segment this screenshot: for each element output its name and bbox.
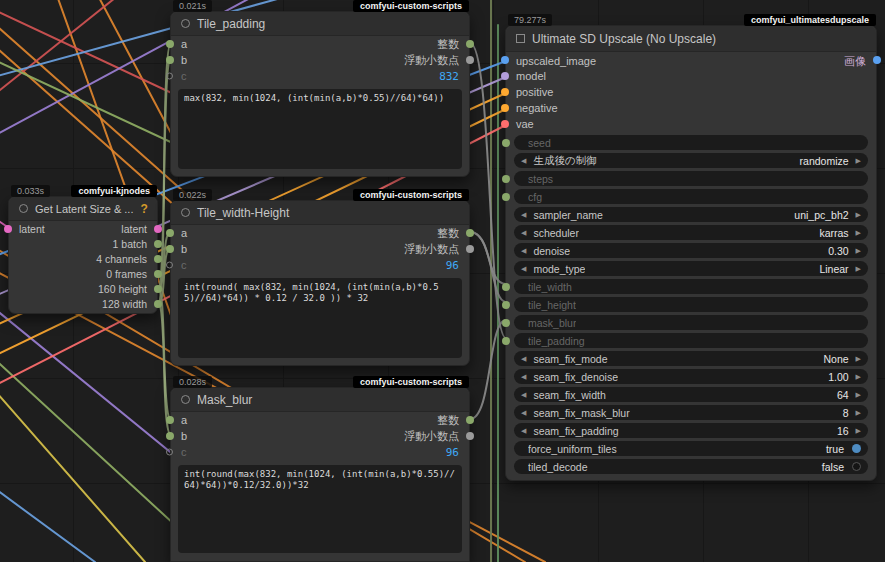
latent-output-slot[interactable] xyxy=(154,225,162,233)
model-input-slot[interactable] xyxy=(501,72,509,80)
widget-seed[interactable]: seed xyxy=(514,135,868,150)
output-slot-int[interactable] xyxy=(466,40,474,48)
increment-arrow-icon[interactable]: ▶ xyxy=(856,211,861,219)
output-slot-float[interactable] xyxy=(466,56,474,64)
output-slot-float[interactable] xyxy=(466,432,474,440)
width-output-slot[interactable] xyxy=(154,300,162,308)
input-slot-c[interactable] xyxy=(166,262,173,269)
increment-arrow-icon[interactable]: ▶ xyxy=(856,157,861,165)
widget-sampler-name[interactable]: ◀ sampler_name uni_pc_bh2 ▶ xyxy=(514,207,868,222)
output-label-image: 画像 xyxy=(844,54,866,69)
decrement-arrow-icon[interactable]: ◀ xyxy=(521,391,526,399)
increment-arrow-icon[interactable]: ▶ xyxy=(856,265,861,273)
widget-denoise[interactable]: ◀ denoise 0.30 ▶ xyxy=(514,243,868,258)
node-tile-width-height[interactable]: 0.022s comfyui-custom-scripts Tile_width… xyxy=(170,200,470,366)
latent-input-slot[interactable] xyxy=(4,225,12,233)
toggle-on-indicator[interactable] xyxy=(852,444,861,453)
tile-padding-input-slot[interactable] xyxy=(502,337,510,345)
input-slot-a[interactable] xyxy=(166,229,174,237)
output-slot-int[interactable] xyxy=(466,229,474,237)
widget-cfg[interactable]: cfg xyxy=(514,189,868,204)
widget-control-after-generate[interactable]: ◀ 生成後の制御 randomize ▶ xyxy=(514,153,868,168)
decrement-arrow-icon[interactable]: ◀ xyxy=(521,373,526,381)
batch-output-slot[interactable] xyxy=(154,240,162,248)
node-graph-canvas[interactable]: 0.021s comfyui-custom-scripts Tile_paddi… xyxy=(0,0,885,562)
node-ultimate-sd-upscale[interactable]: 79.277s comfyui_ultimatesdupscale Ultima… xyxy=(505,25,877,481)
widget-tiled-decode[interactable]: tiled_decode false xyxy=(514,459,868,474)
increment-arrow-icon[interactable]: ▶ xyxy=(856,427,861,435)
collapse-toggle-icon[interactable] xyxy=(181,395,190,404)
node-mask-blur[interactable]: 0.028s comfyui-custom-scripts Mask_blur … xyxy=(170,387,470,562)
node-tile-padding[interactable]: 0.021s comfyui-custom-scripts Tile_paddi… xyxy=(170,11,470,177)
negative-input-slot[interactable] xyxy=(501,104,509,112)
tile-width-input-slot[interactable] xyxy=(502,283,510,291)
node-title-bar[interactable]: Tile_padding xyxy=(171,12,469,36)
widget-label: force_uniform_tiles xyxy=(528,443,617,455)
widget-seam-fix-mode[interactable]: ◀ seam_fix_mode None ▶ xyxy=(514,351,868,366)
widget-steps[interactable]: steps xyxy=(514,171,868,186)
slot-row: a 整数 xyxy=(171,412,469,428)
increment-arrow-icon[interactable]: ▶ xyxy=(856,247,861,255)
expression-input[interactable]: max(832, min(1024, (int(min(a,b)*0.55)//… xyxy=(178,89,462,169)
image-output-slot[interactable] xyxy=(873,56,881,64)
collapse-toggle-icon[interactable] xyxy=(516,34,525,43)
widget-seam-fix-mask-blur[interactable]: ◀ seam_fix_mask_blur 8 ▶ xyxy=(514,405,868,420)
input-slot-b[interactable] xyxy=(166,56,174,64)
increment-arrow-icon[interactable]: ▶ xyxy=(856,229,861,237)
node-get-latent-size[interactable]: 0.033s comfyui-kjnodes Get Latent Size &… xyxy=(8,196,158,314)
positive-input-slot[interactable] xyxy=(501,88,509,96)
widget-seam-fix-padding[interactable]: ◀ seam_fix_padding 16 ▶ xyxy=(514,423,868,438)
input-slot-a[interactable] xyxy=(166,40,174,48)
output-slot-int[interactable] xyxy=(466,416,474,424)
widget-scheduler[interactable]: ◀ scheduler karras ▶ xyxy=(514,225,868,240)
node-title-bar[interactable]: Tile_width-Height xyxy=(171,201,469,225)
expression-input[interactable]: int(round(max(832, min(1024, (int(min(a,… xyxy=(178,465,462,553)
node-title-bar[interactable]: Mask_blur xyxy=(171,388,469,412)
decrement-arrow-icon[interactable]: ◀ xyxy=(521,355,526,363)
input-slot-a[interactable] xyxy=(166,416,174,424)
widget-value: 8 xyxy=(843,407,849,419)
output-slot-float[interactable] xyxy=(466,245,474,253)
toggle-off-indicator[interactable] xyxy=(852,462,861,471)
increment-arrow-icon[interactable]: ▶ xyxy=(856,391,861,399)
collapse-toggle-icon[interactable] xyxy=(181,19,190,28)
input-slot-b[interactable] xyxy=(166,432,174,440)
widget-tile-padding[interactable]: tile_padding xyxy=(514,333,868,348)
collapse-toggle-icon[interactable] xyxy=(181,208,190,217)
node-title-bar[interactable]: Ultimate SD Upscale (No Upscale) xyxy=(506,26,876,52)
seed-input-slot[interactable] xyxy=(502,139,510,147)
decrement-arrow-icon[interactable]: ◀ xyxy=(521,265,526,273)
cfg-input-slot[interactable] xyxy=(502,193,510,201)
increment-arrow-icon[interactable]: ▶ xyxy=(856,373,861,381)
widget-mode-type[interactable]: ◀ mode_type Linear ▶ xyxy=(514,261,868,276)
frames-output-slot[interactable] xyxy=(154,270,162,278)
input-slot-c[interactable] xyxy=(166,73,173,80)
input-slot-b[interactable] xyxy=(166,245,174,253)
widget-seam-fix-width[interactable]: ◀ seam_fix_width 64 ▶ xyxy=(514,387,868,402)
increment-arrow-icon[interactable]: ▶ xyxy=(856,409,861,417)
decrement-arrow-icon[interactable]: ◀ xyxy=(521,427,526,435)
input-slot-c[interactable] xyxy=(166,449,173,456)
decrement-arrow-icon[interactable]: ◀ xyxy=(521,157,526,165)
widget-tile-width[interactable]: tile_width xyxy=(514,279,868,294)
channels-output-slot[interactable] xyxy=(154,255,162,263)
widget-seam-fix-denoise[interactable]: ◀ seam_fix_denoise 1.00 ▶ xyxy=(514,369,868,384)
decrement-arrow-icon[interactable]: ◀ xyxy=(521,409,526,417)
mask-blur-input-slot[interactable] xyxy=(502,319,510,327)
steps-input-slot[interactable] xyxy=(502,175,510,183)
widget-tile-height[interactable]: tile_height xyxy=(514,297,868,312)
decrement-arrow-icon[interactable]: ◀ xyxy=(521,229,526,237)
decrement-arrow-icon[interactable]: ◀ xyxy=(521,211,526,219)
vae-input-slot[interactable] xyxy=(501,120,509,128)
widget-mask-blur[interactable]: mask_blur xyxy=(514,315,868,330)
upscaled-image-input-slot[interactable] xyxy=(501,56,509,64)
height-output-slot[interactable] xyxy=(154,285,162,293)
collapse-toggle-icon[interactable] xyxy=(19,204,28,213)
decrement-arrow-icon[interactable]: ◀ xyxy=(521,247,526,255)
tile-height-input-slot[interactable] xyxy=(502,301,510,309)
expression-input[interactable]: int(round( max(832, min(1024, (int(min(a… xyxy=(178,278,462,358)
help-icon[interactable]: ? xyxy=(140,202,147,216)
increment-arrow-icon[interactable]: ▶ xyxy=(856,355,861,363)
widget-force-uniform-tiles[interactable]: force_uniform_tiles true xyxy=(514,441,868,456)
node-title-bar[interactable]: Get Latent Size & ... ? xyxy=(9,197,157,221)
